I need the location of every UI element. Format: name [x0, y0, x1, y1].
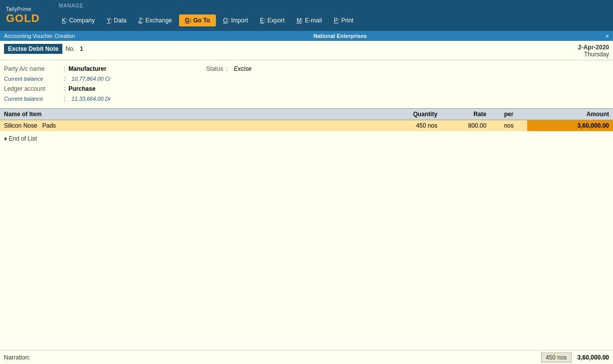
footer-total-qty: 450 nos	[541, 353, 572, 363]
nav-company[interactable]: K: Company	[57, 15, 100, 26]
footer-values: 450 nos 3,60,000.00	[541, 353, 609, 363]
logo-section: TallyPrime GOLD	[0, 0, 55, 31]
item-per: nos	[490, 120, 527, 132]
party-balance-sep: :	[64, 75, 65, 82]
ledger-account-value: Purchase	[68, 85, 95, 92]
ledger-balance-row: Current balance : 11,33,664.00 Dr	[4, 94, 609, 103]
item-rate: 800.00	[441, 120, 490, 132]
app-edition: GOLD	[6, 12, 49, 25]
party-ac-label: Party A/c name	[4, 65, 64, 72]
col-name: Name of Item	[0, 109, 368, 120]
ledger-account-label: Ledger account	[4, 85, 64, 92]
item-name: Silicon Nose Pads	[0, 120, 368, 132]
nav-email-label: M: E-mail	[297, 17, 322, 24]
footer: Narration: 450 nos 3,60,000.00	[0, 350, 613, 364]
nav-data[interactable]: Y: Data	[102, 15, 131, 26]
item-amount: 3,60,000.00	[527, 120, 613, 132]
footer-total-amount: 3,60,000.00	[578, 354, 609, 361]
party-balance-label: Current balance	[4, 76, 64, 82]
voucher-title-section: Excise Debit Note No. 1	[4, 44, 83, 54]
nav-email[interactable]: M: E-mail	[292, 15, 327, 26]
nav-import-label: O: Import	[223, 17, 248, 24]
nav-goto-label: G: Go To	[185, 17, 210, 24]
party-balance-row: Current balance : 10,77,864.00 Cr	[4, 74, 609, 83]
main-wrapper: TallyPrime GOLD MANAGE K: Company Y: Dat…	[0, 0, 613, 364]
subheader-left: Accounting Voucher Creation	[4, 33, 75, 39]
subheader-center: National Enterprises	[313, 33, 367, 39]
nav-data-label: Y: Data	[107, 17, 126, 24]
status-label: Status	[206, 65, 223, 72]
top-header: TallyPrime GOLD MANAGE K: Company Y: Dat…	[0, 0, 613, 31]
table-row[interactable]: Silicon Nose Pads 450 nos 800.00 nos 3,6…	[0, 120, 613, 132]
date-section: 2-Apr-2020 Thursday	[578, 44, 609, 58]
ledger-balance-sep: :	[64, 95, 65, 102]
nav-print[interactable]: P: Print	[329, 15, 358, 26]
party-ac-sep: :	[64, 65, 65, 72]
nav-items: K: Company Y: Data Z: Exchange G: Go To …	[55, 9, 613, 31]
nav-exchange-label: Z: Exchange	[138, 17, 172, 24]
voucher-no-value: 1	[80, 45, 83, 52]
end-of-list: ♦ End of List	[0, 131, 613, 146]
party-ac-row: Party A/c name : Manufacturer Status : E…	[4, 64, 609, 73]
day-value: Thursday	[578, 51, 609, 58]
voucher-no-label: No.	[65, 45, 75, 52]
col-quantity: Quantity	[368, 109, 441, 120]
col-rate: Rate	[441, 109, 490, 120]
close-button[interactable]: ×	[605, 32, 609, 40]
party-ac-value: Manufacturer	[68, 65, 106, 72]
nav-exchange[interactable]: Z: Exchange	[133, 15, 177, 26]
col-amount: Amount	[527, 109, 613, 120]
ledger-balance-label: Current balance	[4, 96, 64, 102]
nav-company-label: K: Company	[62, 17, 95, 24]
manage-label: MANAGE	[55, 0, 613, 9]
form-section: Party A/c name : Manufacturer Status : E…	[0, 60, 613, 106]
table-body: Silicon Nose Pads 450 nos 800.00 nos 3,6…	[0, 120, 613, 132]
narration-label: Narration:	[4, 354, 30, 361]
items-table: Name of Item Quantity Rate per Amount Si…	[0, 108, 613, 131]
party-balance-value: 10,77,864.00 Cr	[71, 76, 111, 82]
nav-export[interactable]: E: Export	[255, 15, 289, 26]
nav-import[interactable]: O: Import	[218, 15, 253, 26]
date-value: 2-Apr-2020	[578, 44, 609, 51]
table-header: Name of Item Quantity Rate per Amount	[0, 109, 613, 120]
col-per: per	[490, 109, 527, 120]
app-name: TallyPrime	[6, 6, 49, 12]
ledger-account-row: Ledger account : Purchase	[4, 84, 609, 93]
status-value: Excise	[234, 65, 251, 72]
manage-nav: MANAGE K: Company Y: Data Z: Exchange G:…	[55, 0, 613, 31]
status-sep: :	[226, 65, 227, 72]
nav-print-label: P: Print	[334, 17, 353, 24]
nav-goto[interactable]: G: Go To	[179, 14, 216, 26]
ledger-account-sep: :	[64, 85, 65, 92]
voucher-title: Excise Debit Note	[4, 44, 62, 54]
voucher-header: Excise Debit Note No. 1 2-Apr-2020 Thurs…	[0, 41, 613, 60]
nav-export-label: E: Export	[260, 17, 284, 24]
status-section: Status : Excise	[206, 65, 251, 72]
sub-header: Accounting Voucher Creation National Ent…	[0, 31, 613, 41]
item-quantity: 450 nos	[368, 120, 441, 132]
ledger-balance-value: 11,33,664.00 Dr	[71, 96, 111, 102]
scrollable-content: Excise Debit Note No. 1 2-Apr-2020 Thurs…	[0, 41, 613, 360]
